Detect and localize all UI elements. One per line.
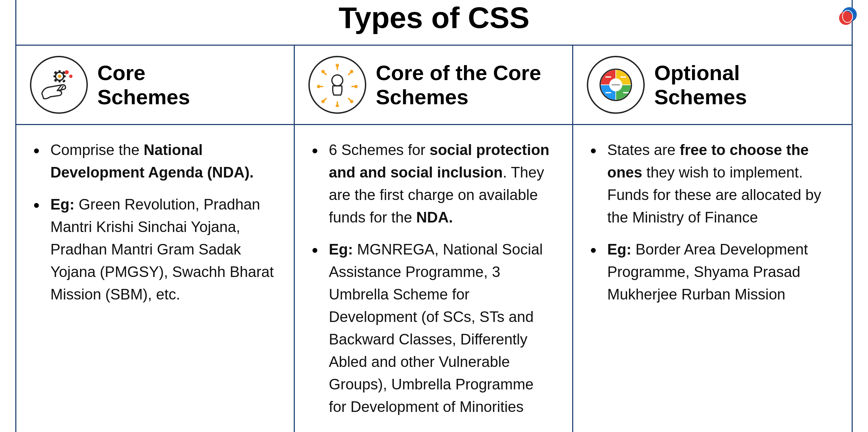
- core-schemes-icon: [30, 56, 88, 114]
- svg-rect-8: [63, 75, 66, 77]
- svg-point-1: [839, 11, 853, 25]
- list-item: Comprise the National Development Agenda…: [33, 139, 277, 184]
- bold-text: NDA.: [416, 209, 453, 226]
- list-item: States are free to choose the ones they …: [590, 139, 835, 229]
- optional-schemes-icon: [587, 56, 645, 114]
- svg-rect-5: [59, 70, 61, 73]
- core-schemes-content: Comprise the National Development Agenda…: [16, 125, 295, 432]
- list-item: Eg: Green Revolution, Pradhan Mantri Kri…: [33, 193, 277, 306]
- core-of-core-heading: Core of the CoreSchemes: [376, 61, 541, 109]
- svg-point-32: [317, 85, 320, 88]
- svg-rect-7: [53, 75, 56, 77]
- page-title: Types of CSS: [23, 0, 845, 35]
- core-of-core-header: Core of the CoreSchemes: [295, 46, 573, 124]
- core-of-core-icon: [308, 56, 366, 114]
- title-row: Types of CSS: [16, 0, 852, 46]
- core-of-core-content: 6 Schemes for social protection and and …: [295, 125, 573, 432]
- list-item: 6 Schemes for social protection and and …: [312, 139, 555, 229]
- main-container: Types of CSS: [15, 0, 853, 432]
- bold-text: National Development Agenda (NDA).: [50, 141, 254, 181]
- bold-text: Eg:: [50, 196, 75, 213]
- bold-text: social protection and and social inclusi…: [329, 141, 549, 181]
- header-row: CoreSchemes: [16, 46, 852, 125]
- svg-point-17: [332, 75, 343, 86]
- svg-point-31: [321, 100, 325, 103]
- core-schemes-heading: CoreSchemes: [97, 61, 190, 109]
- svg-point-13: [65, 70, 69, 74]
- list-item: Eg: MGNREGA, National Social Assistance …: [312, 238, 555, 418]
- svg-point-28: [354, 85, 358, 88]
- svg-point-30: [336, 104, 339, 107]
- svg-point-14: [69, 75, 73, 78]
- svg-rect-6: [59, 80, 61, 82]
- bold-text: Eg:: [329, 241, 353, 258]
- svg-point-33: [321, 70, 325, 73]
- svg-point-29: [350, 100, 353, 103]
- svg-rect-10: [62, 79, 66, 83]
- list-item: Eg: Border Area Development Programme, S…: [590, 238, 835, 306]
- core-schemes-header: CoreSchemes: [16, 46, 295, 124]
- optional-schemes-content: States are free to choose the ones they …: [573, 125, 852, 432]
- svg-point-26: [336, 64, 339, 67]
- svg-point-27: [350, 70, 353, 73]
- optional-schemes-heading: OptionalSchemes: [654, 61, 747, 109]
- content-row: Comprise the National Development Agenda…: [16, 125, 852, 432]
- optional-schemes-header: OptionalSchemes: [573, 46, 852, 124]
- bold-text: Eg:: [607, 241, 631, 258]
- logo: [834, 6, 858, 30]
- svg-point-4: [58, 75, 61, 78]
- bold-text: free to choose the ones: [607, 141, 809, 181]
